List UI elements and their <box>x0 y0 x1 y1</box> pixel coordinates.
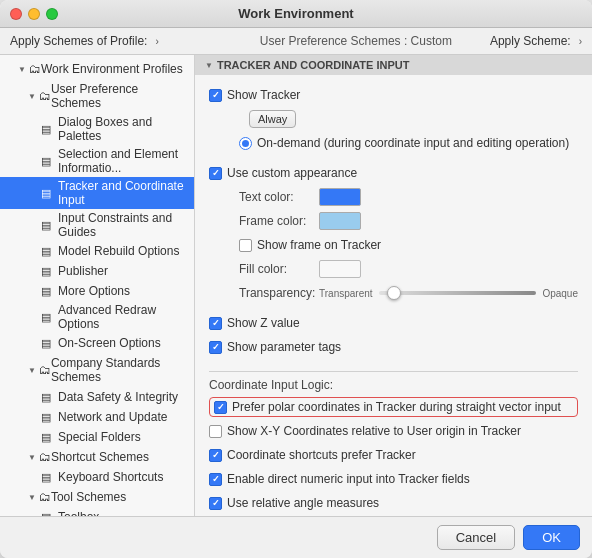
sidebar-item-label: Input Constraints and Guides <box>58 211 188 239</box>
apply-scheme-arrow[interactable]: › <box>579 36 582 47</box>
sidebar-item-label: Tool Schemes <box>51 490 126 504</box>
show-xy-row: Show X-Y Coordinates relative to User or… <box>209 421 578 441</box>
ok-button[interactable]: OK <box>523 525 580 550</box>
footer: Cancel OK <box>0 516 592 558</box>
prefer-polar-row: Prefer polar coordinates in Tracker duri… <box>209 397 578 417</box>
folder-icon: 🗂 <box>39 363 51 377</box>
sidebar-item-more-options[interactable]: ▤ More Options <box>0 281 194 301</box>
apply-schemes-arrow[interactable]: › <box>155 36 158 47</box>
alway-button[interactable]: Alway <box>249 110 296 128</box>
sidebar-item-label: More Options <box>58 284 188 298</box>
sidebar-item-label: On-Screen Options <box>58 336 188 350</box>
content-body: Show Tracker Alway On-demand (during coo… <box>195 79 592 516</box>
slider-thumb[interactable] <box>387 286 401 300</box>
sidebar-item-work-env-profiles[interactable]: ▼ 🗂 Work Environment Profiles <box>0 59 194 79</box>
sidebar-item-shortcut-schemes[interactable]: ▼ 🗂 Shortcut Schemes <box>0 447 194 467</box>
sidebar-item-label: Keyboard Shortcuts <box>58 470 188 484</box>
sidebar-item-model-rebuild[interactable]: ▤ Model Rebuild Options <box>0 241 194 261</box>
folder-icon: 🗂 <box>39 490 51 504</box>
section-collapse-icon[interactable]: ▼ <box>205 61 213 70</box>
sidebar-item-special-folders[interactable]: ▤ Special Folders <box>0 427 194 447</box>
use-custom-row: Use custom appearance <box>209 163 578 183</box>
show-xy-label[interactable]: Show X-Y Coordinates relative to User or… <box>209 424 521 438</box>
use-custom-label[interactable]: Use custom appearance <box>209 166 357 180</box>
show-xy-checkbox[interactable] <box>209 425 222 438</box>
folder-icon: 🗂 <box>39 89 51 103</box>
sidebar-item-on-screen[interactable]: ▤ On-Screen Options <box>0 333 194 353</box>
section-title-bar: ▼ TRACKER AND COORDINATE INPUT <box>195 55 592 75</box>
show-tracker-checkbox[interactable] <box>209 89 222 102</box>
transparency-slider[interactable] <box>379 291 537 295</box>
sidebar: ▼ 🗂 Work Environment Profiles ▼ 🗂 User P… <box>0 55 195 516</box>
sidebar-item-label: Dialog Boxes and Palettes <box>58 115 188 143</box>
fullscreen-button[interactable] <box>46 8 58 20</box>
show-frame-checkbox[interactable] <box>239 239 252 252</box>
titlebar: Work Environment <box>0 0 592 28</box>
sidebar-item-keyboard-shortcuts[interactable]: ▤ Keyboard Shortcuts <box>0 467 194 487</box>
fill-color-label: Fill color: <box>239 262 319 276</box>
sidebar-item-label: Model Rebuild Options <box>58 244 188 258</box>
use-relative-label[interactable]: Use relative angle measures <box>209 496 379 510</box>
minimize-button[interactable] <box>28 8 40 20</box>
apply-schemes-label: Apply Schemes of Profile: <box>10 34 147 48</box>
transparency-label: Transparency: <box>239 286 319 300</box>
item-icon: ▤ <box>38 153 54 169</box>
sidebar-item-input-constraints[interactable]: ▤ Input Constraints and Guides <box>0 209 194 241</box>
sidebar-item-label: Shortcut Schemes <box>51 450 149 464</box>
text-color-swatch[interactable] <box>319 188 361 206</box>
item-icon: ▤ <box>38 389 54 405</box>
sidebar-item-tracker[interactable]: ▤ Tracker and Coordinate Input <box>0 177 194 209</box>
on-demand-radio[interactable] <box>239 137 252 150</box>
on-demand-label[interactable]: On-demand (during coordinate input and e… <box>239 136 569 150</box>
sidebar-item-network[interactable]: ▤ Network and Update <box>0 407 194 427</box>
coord-shortcuts-row: Coordinate shortcuts prefer Tracker <box>209 445 578 465</box>
show-z-label[interactable]: Show Z value <box>209 316 300 330</box>
user-pref-label: User Preference Schemes : Custom <box>260 34 452 48</box>
sidebar-item-toolbox[interactable]: ▤ Toolbox <box>0 507 194 516</box>
sidebar-item-tool-schemes[interactable]: ▼ 🗂 Tool Schemes <box>0 487 194 507</box>
frame-color-swatch[interactable] <box>319 212 361 230</box>
main-window: Work Environment Apply Schemes of Profil… <box>0 0 592 558</box>
enable-direct-checkbox[interactable] <box>209 473 222 486</box>
window-title: Work Environment <box>238 6 353 21</box>
sidebar-item-selection[interactable]: ▤ Selection and Element Informatio... <box>0 145 194 177</box>
sidebar-item-label: Special Folders <box>58 430 188 444</box>
coord-shortcuts-label[interactable]: Coordinate shortcuts prefer Tracker <box>209 448 416 462</box>
show-param-label[interactable]: Show parameter tags <box>209 340 341 354</box>
coord-shortcuts-checkbox[interactable] <box>209 449 222 462</box>
enable-direct-label[interactable]: Enable direct numeric input into Tracker… <box>209 472 470 486</box>
show-frame-label[interactable]: Show frame on Tracker <box>239 238 381 252</box>
show-tracker-label[interactable]: Show Tracker <box>209 88 300 102</box>
expand-icon: ▼ <box>28 493 36 502</box>
prefer-polar-label[interactable]: Prefer polar coordinates in Tracker duri… <box>214 400 561 414</box>
close-button[interactable] <box>10 8 22 20</box>
transparency-slider-container: Transparent Opaque <box>319 288 578 299</box>
sidebar-item-dialog-boxes[interactable]: ▤ Dialog Boxes and Palettes <box>0 113 194 145</box>
use-custom-checkbox[interactable] <box>209 167 222 180</box>
text-color-label: Text color: <box>239 190 319 204</box>
content-panel: ▼ TRACKER AND COORDINATE INPUT Show Trac… <box>195 55 592 516</box>
expand-icon: ▼ <box>28 453 36 462</box>
fill-color-swatch[interactable] <box>319 260 361 278</box>
frame-color-row: Frame color: <box>209 211 578 231</box>
sidebar-item-publisher[interactable]: ▤ Publisher <box>0 261 194 281</box>
folder-icon: 🗂 <box>39 450 51 464</box>
prefer-polar-checkbox[interactable] <box>214 401 227 414</box>
show-param-checkbox[interactable] <box>209 341 222 354</box>
sidebar-item-user-pref[interactable]: ▼ 🗂 User Preference Schemes <box>0 79 194 113</box>
sidebar-item-label: Selection and Element Informatio... <box>58 147 188 175</box>
main-content: ▼ 🗂 Work Environment Profiles ▼ 🗂 User P… <box>0 55 592 516</box>
use-relative-checkbox[interactable] <box>209 497 222 510</box>
sidebar-item-data-safety[interactable]: ▤ Data Safety & Integrity <box>0 387 194 407</box>
item-icon: ▤ <box>38 121 54 137</box>
sidebar-item-label: Company Standards Schemes <box>51 356 190 384</box>
use-relative-row: Use relative angle measures <box>209 493 578 513</box>
item-icon: ▤ <box>38 409 54 425</box>
show-z-checkbox[interactable] <box>209 317 222 330</box>
section-title: TRACKER AND COORDINATE INPUT <box>217 59 410 71</box>
sidebar-item-advanced-redraw[interactable]: ▤ Advanced Redraw Options <box>0 301 194 333</box>
sidebar-item-company-standards[interactable]: ▼ 🗂 Company Standards Schemes <box>0 353 194 387</box>
sidebar-item-label: User Preference Schemes <box>51 82 190 110</box>
expand-icon: ▼ <box>18 65 26 74</box>
cancel-button[interactable]: Cancel <box>437 525 515 550</box>
